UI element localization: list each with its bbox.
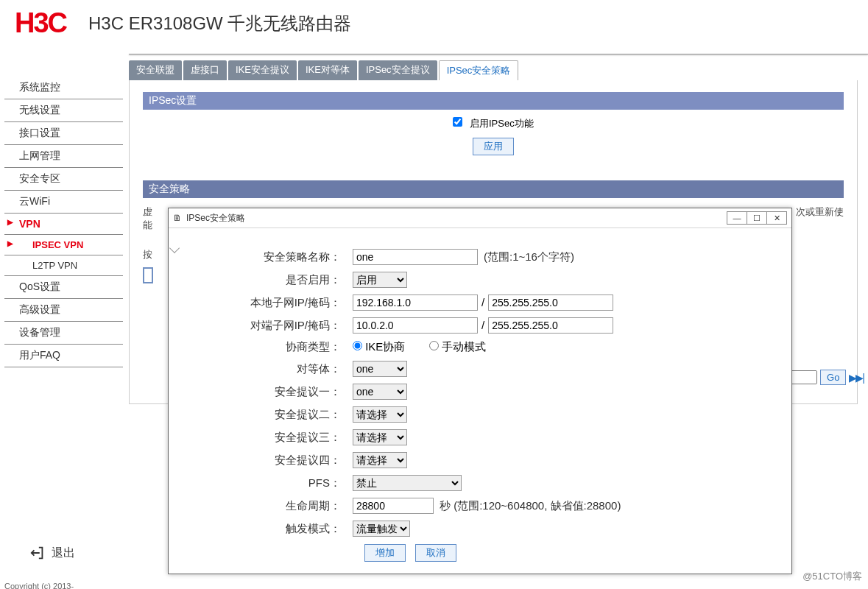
enable-ipsec-checkbox[interactable] [453,117,462,127]
sidebar-item-qos[interactable]: QoS设置 [4,276,123,299]
label-trigger: 触发模式： [183,522,353,536]
sidebar-item-internet[interactable]: 上网管理 [4,145,123,168]
label-negotiation: 协商类型： [183,340,353,354]
goto-page-input[interactable] [791,370,817,384]
proposal3-select[interactable]: 请选择 [353,429,407,445]
enable-select[interactable]: 启用 [353,272,407,288]
ipsec-policy-dialog: 🗎 IPSec安全策略 — ☐ ✕ 安全策略名称： (范围:1~16个字符) 是… [168,208,792,574]
section-policy: 安全策略 [143,180,844,198]
tab-ipsec-policy[interactable]: IPSec安全策略 [439,60,519,80]
proposal2-select[interactable]: 请选择 [353,406,407,423]
hint-text-right: 次或重新使 [796,205,844,219]
sidebar-item-advanced[interactable]: 高级设置 [4,299,123,322]
remote-mask-input[interactable] [488,317,613,334]
label-policy-name: 安全策略名称： [183,250,353,264]
page-title: H3C ER3108GW 千兆无线路由器 [88,12,351,35]
resize-corner-icon [169,243,180,253]
document-icon: 🗎 [173,213,182,223]
sidebar-item-vpn[interactable]: VPN [4,214,123,235]
minimize-button[interactable]: — [727,211,747,225]
label-enable: 是否启用： [183,273,353,287]
label-lifetime: 生命周期： [183,499,353,513]
tab-ike-peer[interactable]: IKE对等体 [298,60,357,80]
dialog-title-text: IPSec安全策略 [186,212,245,225]
trigger-select[interactable]: 流量触发 [353,521,410,537]
sidebar-item-cloud[interactable]: 云WiFi [4,191,123,214]
search-prefix: 按 [143,249,152,260]
hint-text: 虚 [143,205,152,219]
sidebar-item-monitor[interactable]: 系统监控 [4,77,123,99]
copyright: Copyright (c) 2013- [4,582,74,589]
sidebar-item-wireless[interactable]: 无线设置 [4,99,123,122]
label-proposal2: 安全提议二： [183,408,353,422]
label-peer: 对等体： [183,362,353,376]
search-box-fragment[interactable] [143,267,153,283]
policy-name-input[interactable] [353,249,478,265]
peer-select[interactable]: one [353,361,407,377]
lifetime-note: 秒 (范围:120~604800, 缺省值:28800) [440,499,621,512]
label-proposal3: 安全提议三： [183,431,353,445]
tab-ipsec-proposal[interactable]: IPSec安全提议 [359,60,437,80]
nego-manual-radio[interactable] [429,341,439,350]
local-mask-input[interactable] [488,294,613,311]
label-local-subnet: 本地子网IP/掩码： [183,296,353,310]
label-pfs: PFS： [183,476,353,490]
local-ip-input[interactable] [353,294,478,311]
sidebar-item-device[interactable]: 设备管理 [4,322,123,345]
sidebar-item-interface[interactable]: 接口设置 [4,122,123,145]
close-button[interactable]: ✕ [766,211,787,225]
go-button[interactable]: Go [820,370,846,385]
logout-button[interactable]: 退出 [29,545,75,561]
brand-logo: H3C [15,7,66,39]
tab-sa[interactable]: 安全联盟 [129,60,182,80]
sidebar-item-faq[interactable]: 用户FAQ [4,345,123,367]
logout-icon [29,545,46,561]
proposal4-select[interactable]: 请选择 [353,452,407,468]
pfs-select[interactable]: 禁止 [353,475,462,491]
maximize-button[interactable]: ☐ [747,211,767,225]
nego-ike-radio[interactable] [353,341,362,350]
next-page-icon[interactable]: ▶▶| [849,372,864,384]
lifetime-input[interactable] [353,498,434,514]
cancel-button[interactable]: 取消 [415,544,456,562]
label-proposal1: 安全提议一： [183,385,353,399]
proposal1-select[interactable]: one [353,384,407,400]
remote-ip-input[interactable] [353,317,478,334]
watermark: @51CTO博客 [802,570,862,583]
apply-button[interactable]: 应用 [473,138,514,155]
sidebar-item-ipsec[interactable]: IPSEC VPN [4,235,123,255]
tab-ike-proposal[interactable]: IKE安全提议 [228,60,297,80]
add-button[interactable]: 增加 [364,544,406,562]
policy-name-note: (范围:1~16个字符) [484,250,574,263]
sidebar: 系统监控 无线设置 接口设置 上网管理 安全专区 云WiFi VPN IPSEC… [0,54,129,404]
section-ipsec-settings: IPSec设置 [143,92,844,110]
tab-vif[interactable]: 虚接口 [183,60,227,80]
sidebar-item-security[interactable]: 安全专区 [4,168,123,191]
enable-ipsec-label: 启用IPSec功能 [470,118,534,129]
label-remote-subnet: 对端子网IP/掩码： [183,319,353,333]
tab-bar: 安全联盟 虚接口 IKE安全提议 IKE对等体 IPSec安全提议 IPSec安… [129,60,868,80]
label-proposal4: 安全提议四： [183,454,353,468]
sidebar-item-l2tp[interactable]: L2TP VPN [4,255,123,276]
